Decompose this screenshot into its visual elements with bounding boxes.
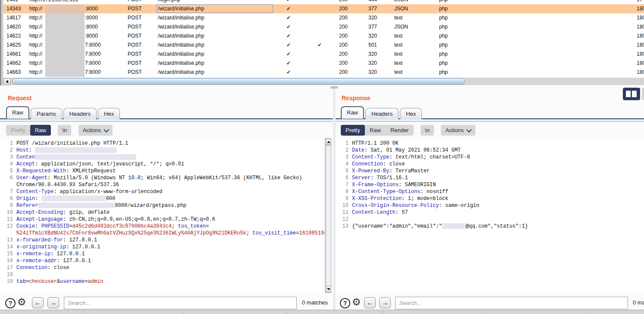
scroll-up-button[interactable] <box>326 139 331 145</box>
url: /wizard/initialise.php <box>158 32 204 41</box>
request-editor[interactable]: 1POST /wizard/initialise.php HTTP/1.12Ho… <box>0 138 325 293</box>
help-icon[interactable]: ? <box>340 298 350 308</box>
host-port: 7:8000 <box>85 68 101 77</box>
url: /wizard/initialise.php <box>158 41 204 50</box>
response-match-count: 0 matches <box>633 299 644 306</box>
layout-rows-button[interactable] <box>642 88 644 100</box>
scroll-left-button[interactable] <box>3 78 11 85</box>
url: /wizard/initialise.php <box>158 59 204 68</box>
editor-line: 5X-Requested-With: XMLHttpRequest <box>0 168 325 174</box>
redacted-host-blur <box>45 59 85 68</box>
status-code: 200 <box>339 0 348 4</box>
redacted-blur <box>442 223 466 229</box>
length: 377 <box>368 4 377 13</box>
newline-toggle-button[interactable]: \n <box>421 125 434 136</box>
method: POST <box>128 4 142 13</box>
newline-toggle-button[interactable]: \n <box>58 125 71 136</box>
status-code: 200 <box>339 68 348 77</box>
status-code: 200 <box>339 22 348 32</box>
extension: php <box>439 13 448 22</box>
view-pill-raw[interactable]: Raw <box>365 125 386 136</box>
extension: php <box>439 41 448 50</box>
search-prev-button[interactable]: ← <box>32 297 44 308</box>
mime-type: text <box>394 13 402 22</box>
history-row-14625[interactable]: 14625http://7:8000POST/wizard/initialise… <box>0 41 644 50</box>
tab-hex[interactable]: Hex <box>98 108 120 119</box>
history-row-14663[interactable]: 14663http://7:8000POST/wizard/initialise… <box>0 68 644 77</box>
window-bottom-strip <box>0 310 644 314</box>
chevron-down-icon <box>104 127 110 133</box>
extension: php <box>439 4 448 13</box>
ip: 180 <box>637 32 644 41</box>
history-row-14617[interactable]: 14617http://:8000POST/wizard/initialise.… <box>0 13 644 22</box>
tab-raw[interactable]: Raw <box>6 106 29 119</box>
redacted-blur <box>35 147 117 153</box>
history-row-14662[interactable]: 14662http://7:8000POST/wizard/initialise… <box>0 59 644 68</box>
host-port: :8000 <box>85 13 98 22</box>
table-horizontal-scrollbar[interactable] <box>0 77 644 85</box>
tab-raw[interactable]: Raw <box>341 106 364 119</box>
response-actions-button[interactable]: Actions <box>441 125 475 136</box>
response-tabs: RawHeadersHex <box>341 107 423 118</box>
view-pill-render[interactable]: Render <box>386 125 414 136</box>
host: http:// <box>29 41 42 50</box>
gear-icon[interactable]: ⚙ <box>352 296 361 308</box>
history-row-14620[interactable]: 14620http://:8000POST/wizard/initialise.… <box>0 22 644 32</box>
gear-icon[interactable]: ⚙ <box>17 296 26 308</box>
tab-params[interactable]: Params <box>31 108 62 119</box>
response-editor[interactable]: 1HTTP/1.1 200 OK2Date: Sat, 01 May 2021 … <box>336 138 644 293</box>
host-port: :8000 <box>85 22 98 32</box>
host-port: :8000 <box>85 4 98 13</box>
history-row-2441[interactable]: 2441http://171.235.92.151POST/login.php✓… <box>0 0 644 4</box>
search-next-button[interactable]: → <box>379 297 391 308</box>
params-checkmark-icon: ✓ <box>286 22 291 32</box>
method: POST <box>128 41 142 50</box>
length: 501 <box>368 41 377 50</box>
mime-type: text <box>394 59 402 68</box>
host-port: 7:8000 <box>85 41 101 50</box>
tab-headers[interactable]: Headers <box>63 108 97 119</box>
request-number: 14625 <box>6 41 21 50</box>
length: 320 <box>368 68 377 77</box>
view-pill-pretty[interactable]: Pretty <box>6 125 30 136</box>
horizontal-scrollbar-thumb[interactable] <box>12 78 465 85</box>
view-pill-raw[interactable]: Raw <box>30 125 51 136</box>
column-icon <box>632 91 637 97</box>
request-actions-button[interactable]: Actions <box>79 125 113 136</box>
editor-line: 13x-forwarded-for: 127.0.0.1 <box>0 237 325 244</box>
history-row-14661[interactable]: 14661http://7:8000POST/wizard/initialise… <box>0 50 644 59</box>
tab-headers[interactable]: Headers <box>365 108 399 119</box>
scroll-down-button[interactable] <box>326 286 331 292</box>
request-search-input[interactable] <box>64 297 297 309</box>
history-rows: 2441http://171.235.92.151POST/login.php✓… <box>0 0 644 77</box>
editor-line: 9Referer8000/wizard/getpass.php <box>0 202 325 209</box>
request-scrollbar-thumb[interactable] <box>326 145 331 287</box>
tab-hex[interactable]: Hex <box>400 108 422 119</box>
status-code: 200 <box>339 32 348 41</box>
search-prev-button[interactable]: ← <box>364 297 376 308</box>
focused-cell-outline <box>156 4 273 13</box>
extension: php <box>439 0 448 4</box>
extension: php <box>439 22 448 32</box>
mime-type: text <box>394 68 402 77</box>
request-view-toolbar: PrettyRaw \n Actions <box>6 125 113 136</box>
history-row-14622[interactable]: 14622http://:8000POST/wizard/initialise.… <box>0 32 644 41</box>
method: POST <box>128 68 142 77</box>
request-number: 14662 <box>6 59 21 68</box>
response-search-input[interactable] <box>395 297 628 309</box>
help-icon[interactable]: ? <box>5 298 16 308</box>
view-pill-pretty[interactable]: Pretty <box>341 125 365 136</box>
mime-type: text <box>394 50 402 59</box>
redacted-host-blur <box>45 4 85 13</box>
editor-line: 4Connection: close <box>336 161 644 168</box>
http-history-table[interactable]: 2441http://171.235.92.151POST/login.php✓… <box>0 0 644 78</box>
mime-type: JSON <box>394 22 408 32</box>
history-row-14343[interactable]: 14343http://:8000POST/wizard/initialise.… <box>0 4 644 13</box>
request-editor-scrollbar[interactable] <box>325 138 331 293</box>
method: POST <box>128 32 142 41</box>
request-number: 14663 <box>6 68 21 77</box>
splitter-handle[interactable] <box>330 86 338 89</box>
chevron-down-icon <box>466 127 472 133</box>
search-next-button[interactable]: → <box>47 297 59 308</box>
layout-columns-button[interactable] <box>623 88 640 100</box>
